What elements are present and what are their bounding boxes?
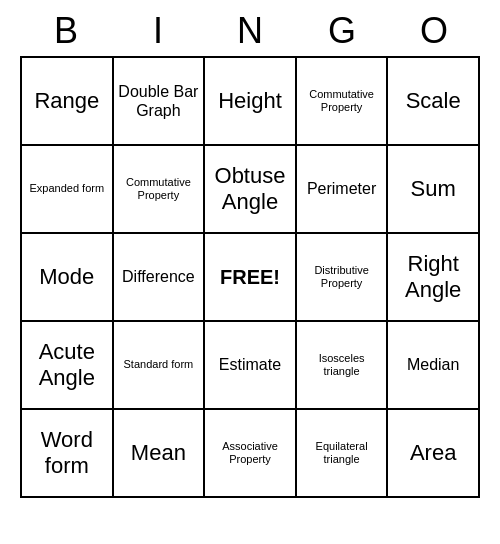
cell-r2-c1: Difference bbox=[114, 234, 206, 322]
cell-text: Sum bbox=[411, 176, 456, 202]
cell-text: Median bbox=[407, 355, 459, 374]
cell-r3-c3: Isosceles triangle bbox=[297, 322, 389, 410]
cell-r1-c0: Expanded form bbox=[22, 146, 114, 234]
cell-text: Height bbox=[218, 88, 282, 114]
cell-r4-c0: Word form bbox=[22, 410, 114, 498]
cell-text: Range bbox=[34, 88, 99, 114]
cell-r0-c4: Scale bbox=[388, 58, 480, 146]
cell-text: Acute Angle bbox=[26, 339, 108, 392]
cell-text: Isosceles triangle bbox=[301, 352, 383, 378]
cell-r0-c1: Double Bar Graph bbox=[114, 58, 206, 146]
cell-text: Commutative Property bbox=[118, 176, 200, 202]
cell-text: Scale bbox=[406, 88, 461, 114]
cell-text: Right Angle bbox=[392, 251, 474, 304]
cell-r3-c4: Median bbox=[388, 322, 480, 410]
bingo-letter: G bbox=[298, 10, 386, 52]
cell-r2-c4: Right Angle bbox=[388, 234, 480, 322]
cell-r2-c3: Distributive Property bbox=[297, 234, 389, 322]
cell-r1-c4: Sum bbox=[388, 146, 480, 234]
cell-text: Associative Property bbox=[209, 440, 291, 466]
cell-text: Obtuse Angle bbox=[209, 163, 291, 216]
cell-r4-c1: Mean bbox=[114, 410, 206, 498]
bingo-header: BINGO bbox=[20, 10, 480, 52]
bingo-letter: I bbox=[114, 10, 202, 52]
cell-r4-c4: Area bbox=[388, 410, 480, 498]
bingo-letter: B bbox=[22, 10, 110, 52]
bingo-letter: O bbox=[390, 10, 478, 52]
cell-text: Difference bbox=[122, 267, 195, 286]
cell-r0-c3: Commutative Property bbox=[297, 58, 389, 146]
cell-r4-c3: Equilateral triangle bbox=[297, 410, 389, 498]
cell-text: Word form bbox=[26, 427, 108, 480]
cell-text: Perimeter bbox=[307, 179, 376, 198]
cell-text: Mode bbox=[39, 264, 94, 290]
cell-r1-c3: Perimeter bbox=[297, 146, 389, 234]
cell-text: Estimate bbox=[219, 355, 281, 374]
cell-r3-c2: Estimate bbox=[205, 322, 297, 410]
cell-r4-c2: Associative Property bbox=[205, 410, 297, 498]
cell-text: Area bbox=[410, 440, 456, 466]
cell-r3-c1: Standard form bbox=[114, 322, 206, 410]
cell-r2-c2: FREE! bbox=[205, 234, 297, 322]
cell-text: FREE! bbox=[220, 265, 280, 289]
cell-r0-c2: Height bbox=[205, 58, 297, 146]
cell-text: Mean bbox=[131, 440, 186, 466]
cell-r1-c1: Commutative Property bbox=[114, 146, 206, 234]
cell-r1-c2: Obtuse Angle bbox=[205, 146, 297, 234]
cell-text: Standard form bbox=[124, 358, 194, 371]
cell-r3-c0: Acute Angle bbox=[22, 322, 114, 410]
bingo-letter: N bbox=[206, 10, 294, 52]
cell-text: Double Bar Graph bbox=[118, 82, 200, 120]
cell-r2-c0: Mode bbox=[22, 234, 114, 322]
cell-text: Equilateral triangle bbox=[301, 440, 383, 466]
cell-text: Distributive Property bbox=[301, 264, 383, 290]
cell-text: Expanded form bbox=[29, 182, 104, 195]
cell-text: Commutative Property bbox=[301, 88, 383, 114]
cell-r0-c0: Range bbox=[22, 58, 114, 146]
bingo-grid: RangeDouble Bar GraphHeightCommutative P… bbox=[20, 56, 480, 498]
